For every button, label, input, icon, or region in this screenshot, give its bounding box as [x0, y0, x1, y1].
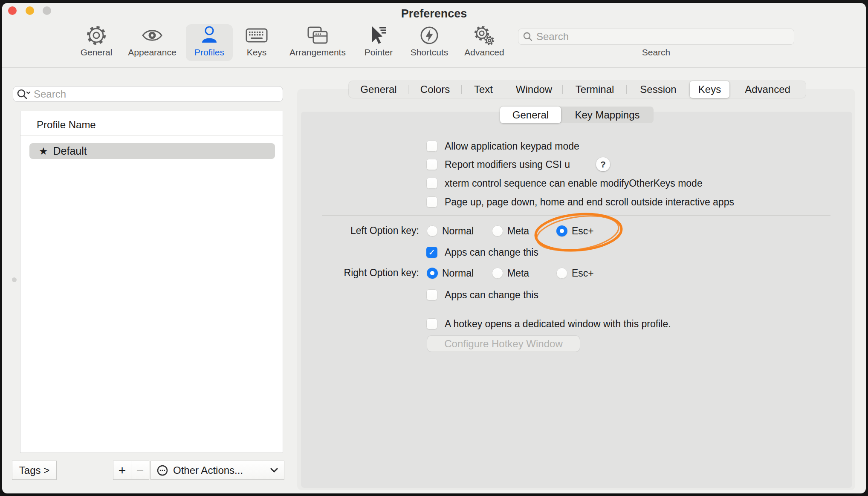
profile-search-input[interactable]	[31, 88, 279, 100]
checkbox-unchecked[interactable]	[426, 196, 437, 208]
checkbox-row-keypad-mode[interactable]: Allow application keypad mode	[426, 139, 579, 153]
window-title: Preferences	[2, 7, 866, 20]
checkbox-checked[interactable]: ✓	[426, 247, 437, 258]
checkbox-row-csi-u[interactable]: Report modifiers using CSI u	[426, 158, 570, 171]
left-option-meta-radio[interactable]: Meta	[492, 224, 529, 238]
toolbar-item-label: Appearance	[122, 47, 182, 58]
ellipsis-circle-icon	[157, 465, 168, 476]
screenshot-root: Preferences General Appearance	[0, 0, 868, 496]
right-option-key-label: Right Option key:	[275, 267, 419, 279]
checkbox-label: Page up, page down, home and end scroll …	[445, 196, 734, 208]
tab-window[interactable]: Window	[505, 81, 563, 98]
checkbox-unchecked[interactable]	[426, 178, 437, 189]
toolbar-item-advanced[interactable]: Advanced	[454, 24, 514, 58]
checkbox-label: Report modifiers using CSI u	[445, 159, 570, 170]
profile-row-default[interactable]: ★ Default	[29, 143, 275, 159]
radio-unselected[interactable]	[556, 268, 567, 279]
left-option-normal-radio[interactable]: Normal	[427, 224, 474, 238]
tab-general[interactable]: General	[349, 81, 408, 98]
gear-icon	[67, 24, 126, 46]
profile-list: Profile Name ★ Default	[20, 111, 283, 453]
checkbox-label: Allow application keypad mode	[445, 141, 579, 152]
toolbar-item-label: Arrangements	[288, 47, 347, 58]
toolbar-item-arrangements[interactable]: Arrangements	[288, 24, 347, 58]
tab-session[interactable]: Session	[627, 81, 690, 98]
radio-unselected[interactable]	[492, 225, 503, 236]
radio-selected[interactable]	[556, 225, 567, 236]
eye-icon	[122, 24, 182, 46]
radio-label: Esc+	[572, 268, 594, 279]
toolbar-item-label: Keys	[227, 47, 286, 58]
checkbox-label: Apps can change this	[445, 247, 538, 258]
toolbar-search-caption: Search	[518, 47, 794, 58]
toolbar-search-field[interactable]	[518, 29, 794, 45]
profile-name: Default	[53, 145, 87, 157]
tab-terminal[interactable]: Terminal	[563, 81, 627, 98]
minus-icon: −	[136, 463, 144, 478]
toolbar-item-label: Shortcuts	[399, 47, 459, 58]
tab-advanced[interactable]: Advanced	[729, 81, 806, 98]
radio-label: Normal	[442, 225, 474, 237]
profile-list-column-header: Profile Name	[37, 119, 96, 131]
configure-hotkey-window-button[interactable]: Configure Hotkey Window	[427, 336, 580, 352]
right-apps-can-change-row[interactable]: Apps can change this	[426, 288, 538, 302]
windows-icon	[288, 24, 347, 46]
checkbox-label: A hotkey opens a dedicated window with t…	[445, 318, 671, 330]
tab-keys[interactable]: Keys	[690, 81, 729, 98]
right-option-esc-radio[interactable]: Esc+	[556, 266, 594, 280]
tags-button[interactable]: Tags >	[12, 461, 57, 480]
subtab-general[interactable]: General	[500, 107, 561, 123]
radio-unselected[interactable]	[427, 225, 438, 236]
checkbox-unchecked[interactable]	[426, 159, 437, 170]
profile-search-field[interactable]	[13, 86, 283, 102]
right-option-meta-radio[interactable]: Meta	[492, 266, 529, 280]
add-profile-button[interactable]: +	[113, 461, 131, 479]
add-remove-profile-group: + −	[113, 461, 149, 480]
chevron-down-icon	[270, 468, 278, 473]
toolbar-item-label: General	[67, 47, 126, 58]
keyboard-icon	[227, 24, 286, 46]
toolbar-item-keys[interactable]: Keys	[227, 24, 286, 58]
checkbox-unchecked[interactable]	[426, 141, 437, 152]
right-option-normal-radio[interactable]: Normal	[427, 266, 474, 280]
toolbar-item-appearance[interactable]: Appearance	[122, 24, 182, 58]
gears-icon	[454, 24, 514, 46]
tab-colors[interactable]: Colors	[408, 81, 462, 98]
checkbox-label: Apps can change this	[445, 289, 538, 301]
check-icon: ✓	[428, 248, 436, 257]
bolt-circle-icon	[399, 24, 459, 46]
left-apps-can-change-row[interactable]: ✓ Apps can change this	[426, 245, 538, 259]
checkbox-unchecked[interactable]	[426, 289, 437, 300]
checkbox-row-modify-other-keys[interactable]: xterm control sequence can enable modify…	[426, 176, 703, 190]
radio-label: Normal	[442, 268, 474, 279]
checkbox-row-scroll-outside-apps[interactable]: Page up, page down, home and end scroll …	[426, 195, 734, 209]
hotkey-checkbox-row[interactable]: A hotkey opens a dedicated window with t…	[426, 317, 671, 331]
toolbar-item-shortcuts[interactable]: Shortcuts	[399, 24, 459, 58]
help-button[interactable]: ?	[596, 157, 610, 171]
star-icon: ★	[39, 145, 48, 157]
checkbox-label: xterm control sequence can enable modify…	[445, 178, 703, 189]
search-icon	[523, 32, 533, 42]
toolbar-item-general[interactable]: General	[67, 24, 126, 58]
tab-text[interactable]: Text	[462, 81, 505, 98]
toolbar-search-input[interactable]	[533, 31, 790, 43]
checkbox-unchecked[interactable]	[426, 318, 437, 329]
radio-label: Meta	[507, 225, 529, 237]
other-actions-label: Other Actions...	[173, 464, 270, 476]
tags-button-label: Tags >	[19, 464, 49, 476]
radio-label: Meta	[507, 268, 529, 279]
radio-unselected[interactable]	[492, 268, 503, 279]
keys-subtab-bar: General Key Mappings	[500, 107, 654, 123]
question-mark-icon: ?	[600, 159, 606, 170]
remove-profile-button[interactable]: −	[131, 461, 149, 479]
other-actions-popup[interactable]: Other Actions...	[150, 461, 284, 480]
subtab-key-mappings[interactable]: Key Mappings	[561, 107, 654, 123]
left-option-key-label: Left Option key:	[275, 225, 419, 236]
splitter-handle-dot[interactable]	[12, 277, 17, 282]
profile-tab-bar: General Colors Text Window Terminal Sess…	[349, 81, 806, 98]
toolbar-separator	[2, 67, 866, 68]
left-option-esc-radio[interactable]: Esc+	[556, 224, 594, 238]
preferences-window: Preferences General Appearance	[2, 3, 866, 493]
radio-selected[interactable]	[427, 268, 438, 279]
separator	[322, 310, 830, 310]
